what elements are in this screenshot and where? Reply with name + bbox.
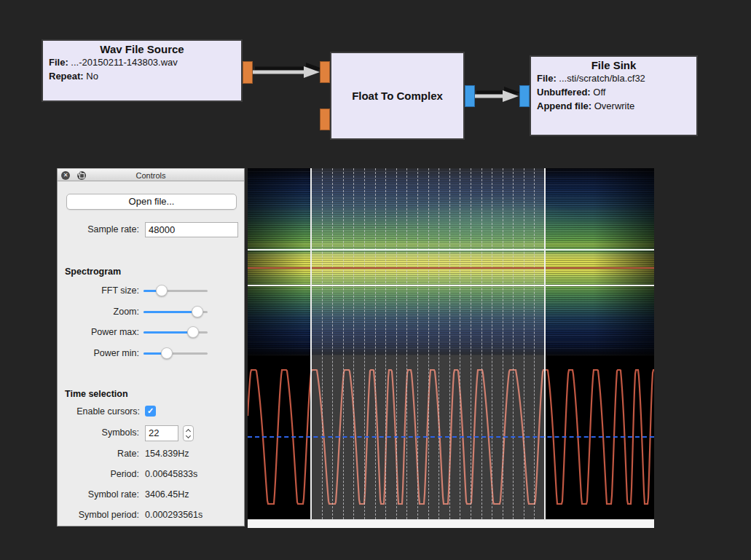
period-value: 0.00645833s [145,467,197,482]
block-wav-file-source[interactable]: Wav File Source File: ...-20150211-14380… [42,39,243,102]
symbol-boundary-line [428,168,429,519]
symbol-boundary-line [364,168,365,519]
sample-rate-row: Sample rate: 48000 [58,222,245,235]
slider-thumb[interactable] [161,347,173,359]
symbol-boundary-line [332,168,333,519]
symbol-boundary-line [417,168,418,519]
period-label: Period: [58,467,139,482]
controls-titlebar[interactable]: ✕ Controls [58,168,244,181]
block-float-to-complex[interactable]: Float To Complex [330,52,465,140]
power-max-label: Power max: [58,326,139,339]
rate-value: 154.839Hz [145,446,189,462]
wav-source-output-port[interactable] [243,61,253,84]
block-title: File Sink [531,57,696,71]
power-min-slider[interactable] [143,347,208,360]
fft-size-label: FFT size: [58,284,139,297]
zero-amplitude-line [248,436,654,438]
rate-label: Rate: [58,446,139,462]
frequency-cursor-lower[interactable] [248,285,654,286]
controls-panel: ✕ Controls Open file... Sample rate: 480… [57,168,245,527]
symbol-rate-value: 3406.45Hz [145,487,189,502]
symbol-boundary-line [375,168,376,519]
enable-cursors-label: Enable cursors: [58,404,140,419]
zoom-row: Zoom: [58,305,245,318]
symbol-boundary-line [353,168,354,519]
stepper-down-icon[interactable] [186,433,191,438]
horizontal-scrollbar[interactable] [248,519,654,528]
time-cursor-left[interactable] [310,168,312,519]
fft-size-row: FFT size: [58,284,245,297]
symbol-boundary-line [396,168,397,519]
zoom-label: Zoom: [58,305,139,318]
sample-rate-label: Sample rate: [58,222,139,237]
symbol-boundary-line [503,168,503,519]
frequency-cursor-upper[interactable] [248,249,654,251]
power-max-slider[interactable] [143,326,208,339]
block-param: Repeat: No [43,69,241,83]
slider-thumb[interactable] [192,306,203,318]
connection-wav-to-floattocomplex[interactable] [253,61,323,83]
symbol-boundary-line [534,168,535,519]
period-row: Period: 0.00645833s [58,467,245,480]
fft-size-slider[interactable] [143,284,208,297]
sample-rate-input[interactable]: 48000 [145,222,238,237]
symbol-boundary-line [322,168,323,519]
block-param: File: ...sti/scratch/bla.cf32 [531,71,696,85]
symbol-boundary-line [460,168,460,519]
symbol-boundary-line [492,168,492,519]
signal-display[interactable] [248,168,654,519]
symbols-row: Symbols: 22 [58,425,245,438]
rate-row: Rate: 154.839Hz [58,446,245,460]
block-param: Append file: Overwrite [531,99,696,113]
center-frequency-line [248,267,654,269]
block-file-sink[interactable]: File Sink File: ...sti/scratch/bla.cf32 … [530,55,698,136]
symbols-label: Symbols: [58,425,139,441]
connection-floattocomplex-to-filesink[interactable] [475,85,520,107]
symbols-input[interactable]: 22 [145,425,178,441]
slider-thumb[interactable] [156,285,168,296]
spectrogram-heading: Spectrogram [65,267,121,277]
float-to-complex-input0-port[interactable] [320,61,330,83]
symbol-boundary-line [471,168,471,519]
symbol-rate-row: Symbol rate: 3406.45Hz [58,487,245,500]
block-param: File: ...-20150211-143803.wav [43,55,241,69]
symbol-boundary-line [513,168,514,519]
symbol-period-row: Symbol period: 0.000293561s [58,508,245,521]
symbol-boundary-line [385,168,386,519]
zoom-slider[interactable] [143,305,208,318]
power-max-row: Power max: [58,326,245,339]
enable-cursors-checkbox[interactable]: ✓ [145,406,156,417]
power-min-label: Power min: [58,347,139,360]
slider-thumb[interactable] [187,326,199,338]
enable-cursors-row: Enable cursors: ✓ [58,404,245,417]
symbols-stepper[interactable] [183,425,194,441]
symbol-rate-label: Symbol rate: [58,487,139,502]
power-min-row: Power min: [58,347,245,360]
symbol-boundary-line [481,168,482,519]
symbol-boundary-line [449,168,450,519]
symbol-boundary-line [343,168,344,519]
window-title: Controls [58,169,244,182]
symbol-boundary-line [406,168,407,519]
block-param: Unbuffered: Off [531,85,696,99]
open-file-button[interactable]: Open file... [66,194,237,210]
float-to-complex-output-port[interactable] [465,85,475,107]
file-sink-input-port[interactable] [519,85,530,107]
time-cursor-right[interactable] [544,168,546,519]
symbol-boundary-line [524,168,524,519]
time-selection-heading: Time selection [65,389,128,399]
symbol-period-value: 0.000293561s [145,508,203,523]
float-to-complex-input1-port[interactable] [320,109,330,130]
block-title: Wav File Source [43,41,241,55]
block-title: Float To Complex [352,90,443,102]
symbol-boundary-line [439,168,439,519]
symbol-period-label: Symbol period: [58,508,139,523]
